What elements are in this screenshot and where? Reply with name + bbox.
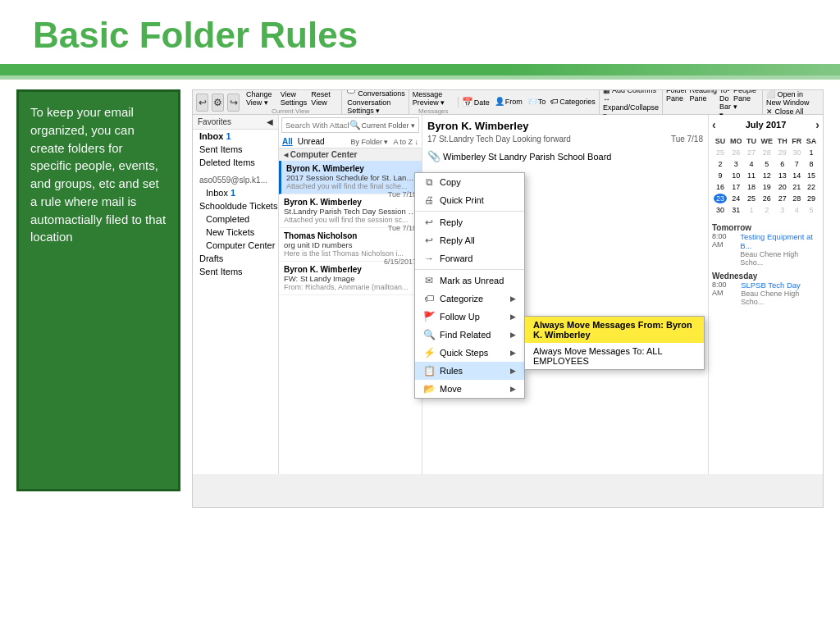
cal-day-2-4[interactable]: 13 <box>776 171 788 180</box>
cal-day-4-3[interactable]: 26 <box>760 194 774 203</box>
email-item-3[interactable]: Byron K. Wimberley FW: St Landy Image Fr… <box>279 262 422 295</box>
folder-deleted[interactable]: Deleted Items <box>193 156 278 169</box>
cal-day-0-3[interactable]: 28 <box>760 148 774 158</box>
cal-day-2-6[interactable]: 15 <box>805 171 818 180</box>
folder-computer-center[interactable]: Computer Center <box>193 239 278 252</box>
submenu-item-1[interactable]: Always Move Messages To: ALL EMPLOYEES <box>525 343 704 369</box>
cal-day-1-2[interactable]: 4 <box>745 159 757 169</box>
add-columns-btn[interactable]: ▦ Add Columns <box>603 89 659 94</box>
context-menu-rules[interactable]: 📋 Rules ▶ <box>415 362 524 380</box>
cal-day-3-5[interactable]: 21 <box>790 182 802 192</box>
change-view-btn[interactable]: Change View ▾ <box>246 90 278 107</box>
cal-day-0-1[interactable]: 26 <box>728 148 743 158</box>
sort-by-folder-btn[interactable]: By Folder ▾ <box>350 138 388 146</box>
sort-az-btn[interactable]: A to Z ↓ <box>393 138 418 146</box>
submenu-item-0[interactable]: Always Move Messages From: Byron K. Wimb… <box>525 317 704 343</box>
cal-day-5-1[interactable]: 31 <box>728 205 743 215</box>
folder-pane-collapse[interactable]: ◀ <box>267 117 273 126</box>
cal-next-btn[interactable]: › <box>815 118 819 131</box>
context-menu-move[interactable]: 📂 Move ▶ <box>415 380 524 398</box>
people-pane-btn[interactable]: PeoplePane ▾ <box>733 89 756 111</box>
cal-day-4-5[interactable]: 28 <box>790 194 802 203</box>
cal-day-0-4[interactable]: 29 <box>776 148 788 158</box>
cal-day-2-2[interactable]: 11 <box>745 171 757 180</box>
favorites-label: Favorites <box>198 117 231 126</box>
conversation-settings-btn[interactable]: Conversation Settings ▾ <box>347 98 405 115</box>
show-conversations-checkbox[interactable] <box>347 89 355 94</box>
folder-pane-btn[interactable]: FolderPane <box>666 89 687 103</box>
forward-button[interactable]: ↪ <box>227 94 240 112</box>
email-item-2[interactable]: Thomas Nicholson org unit ID numbers Her… <box>279 228 422 262</box>
cal-day-0-5[interactable]: 30 <box>790 148 802 158</box>
cal-day-0-0[interactable]: 25 <box>714 148 727 158</box>
cal-day-0-2[interactable]: 27 <box>745 148 757 158</box>
filter-all-btn[interactable]: All <box>282 137 293 146</box>
cal-day-1-6[interactable]: 8 <box>805 159 818 169</box>
filter-unread-btn[interactable]: Unread <box>298 137 325 146</box>
cal-day-0-6[interactable]: 1 <box>805 148 818 158</box>
context-menu-categorize[interactable]: 🏷 Categorize ▶ <box>415 290 524 308</box>
email-preview-0: Attached you will find the final sche... <box>286 182 417 190</box>
context-menu-forward[interactable]: → Forward <box>415 249 524 267</box>
folder-account[interactable]: aso0559@slp.k1... <box>193 174 278 186</box>
search-input[interactable] <box>285 121 349 130</box>
cal-day-1-3[interactable]: 5 <box>760 159 774 169</box>
cal-day-3-3[interactable]: 19 <box>760 182 774 192</box>
cal-day-4-1[interactable]: 24 <box>728 194 743 203</box>
cal-day-3-2[interactable]: 18 <box>745 182 757 192</box>
cal-day-4-6[interactable]: 29 <box>805 194 818 203</box>
folder-sent2[interactable]: Sent Items <box>193 265 278 278</box>
reading-pane-btn[interactable]: ReadingPane <box>689 89 717 103</box>
cal-day-5-0[interactable]: 30 <box>714 205 727 215</box>
cal-day-2-5[interactable]: 14 <box>790 171 802 180</box>
view-settings-btn[interactable]: View Settings <box>281 90 309 107</box>
context-menu-quick-print[interactable]: 🖨 Quick Print <box>415 191 524 209</box>
cal-day-3-0[interactable]: 16 <box>714 182 727 192</box>
cal-day-5-5[interactable]: 4 <box>790 205 802 215</box>
cal-day-5-4[interactable]: 3 <box>776 205 788 215</box>
categories-btn[interactable]: 🏷 Categories <box>550 97 596 106</box>
cal-day-5-2[interactable]: 1 <box>745 205 757 215</box>
context-menu-find-related[interactable]: 🔍 Find Related ▶ <box>415 326 524 344</box>
context-menu-mark-unread[interactable]: ✉ Mark as Unread <box>415 272 524 290</box>
context-menu-copy[interactable]: ⧉ Copy <box>415 173 524 191</box>
back-button[interactable]: ↩ <box>196 94 208 112</box>
message-preview-btn[interactable]: Message Preview ▾ <box>413 90 454 107</box>
cal-day-2-0[interactable]: 9 <box>714 171 727 180</box>
cal-day-1-5[interactable]: 7 <box>790 159 802 169</box>
date-btn[interactable]: 📅 Date <box>462 97 490 107</box>
context-menu-reply[interactable]: ↩ Reply <box>415 213 524 231</box>
cal-day-5-3[interactable]: 2 <box>760 205 774 215</box>
folder-drafts[interactable]: Drafts <box>193 252 278 265</box>
folder-inbox2[interactable]: Inbox 1 <box>193 186 278 199</box>
cal-day-4-2[interactable]: 25 <box>745 194 757 203</box>
settings-button[interactable]: ⚙ <box>212 94 224 112</box>
to-btn[interactable]: 📨 To <box>527 97 546 106</box>
email-item-1[interactable]: Byron K. Wimberley St.Landry Parish Tech… <box>279 194 422 228</box>
cal-day-1-4[interactable]: 6 <box>776 159 788 169</box>
cal-prev-btn[interactable]: ‹ <box>712 118 716 131</box>
cal-day-3-6[interactable]: 22 <box>805 182 818 192</box>
folder-schooldude[interactable]: Schooldude Tickets <box>193 199 278 212</box>
reset-view-btn[interactable]: Reset View <box>311 90 335 107</box>
cal-day-2-1[interactable]: 10 <box>728 171 743 180</box>
email-item-0[interactable]: Byron K. Wimberley 2017 Session Schedule… <box>279 161 422 194</box>
cal-day-1-1[interactable]: 3 <box>728 159 743 169</box>
context-menu-follow-up[interactable]: 🚩 Follow Up ▶ <box>415 308 524 326</box>
cal-day-3-1[interactable]: 17 <box>728 182 743 192</box>
context-menu-reply-all[interactable]: ↩ Reply All <box>415 231 524 249</box>
cal-day-3-4[interactable]: 20 <box>776 182 788 192</box>
cal-day-4-0[interactable]: 23 <box>714 194 727 203</box>
folder-new-tickets[interactable]: New Tickets <box>193 226 278 239</box>
folder-completed[interactable]: Completed <box>193 212 278 226</box>
folder-inbox[interactable]: Inbox 1 <box>193 130 278 143</box>
open-new-window-btn[interactable]: ⬜ Open in New Window <box>766 90 819 107</box>
context-menu-quick-steps[interactable]: ⚡ Quick Steps ▶ <box>415 344 524 362</box>
cal-day-4-4[interactable]: 27 <box>776 194 788 203</box>
cal-day-2-3[interactable]: 12 <box>760 171 774 180</box>
cal-day-5-6[interactable]: 5 <box>805 205 818 215</box>
from-btn[interactable]: 👤 From <box>495 97 523 106</box>
folder-sent[interactable]: Sent Items <box>193 143 278 156</box>
current-folder-dropdown[interactable]: Current Folder ▾ <box>361 121 415 130</box>
cal-day-1-0[interactable]: 2 <box>714 159 727 169</box>
